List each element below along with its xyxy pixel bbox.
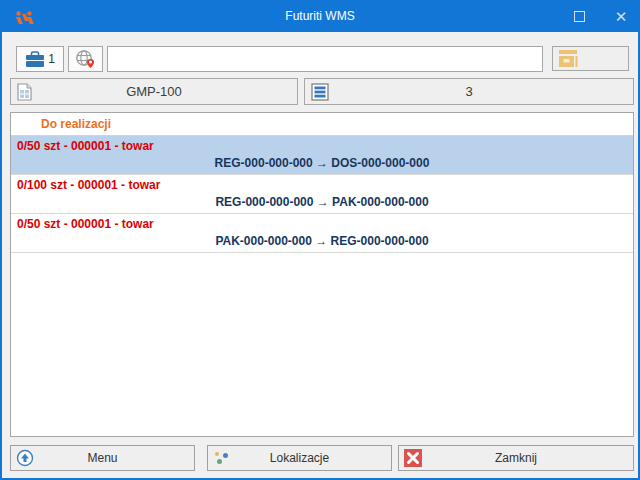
task-row[interactable]: 0/50 szt - 000001 - towar PAK-000-000-00… [11, 214, 633, 253]
close-button[interactable]: ✕ [604, 0, 638, 32]
archive-box-button[interactable] [552, 46, 629, 71]
globe-location-button[interactable] [68, 46, 103, 72]
menu-button-label: Menu [11, 446, 194, 470]
close-window-button-label: Zamknij [399, 446, 633, 470]
task-row[interactable]: 0/100 szt - 000001 - towar REG-000-000-0… [11, 175, 633, 214]
locations-button[interactable]: Lokalizacje [207, 445, 392, 471]
menu-button[interactable]: Menu [10, 445, 195, 471]
globe-location-icon [75, 49, 96, 69]
archive-box-icon [558, 49, 582, 68]
document-icon [17, 83, 32, 101]
document-panel[interactable]: GMP-100 [10, 78, 298, 105]
task-list: Do realizacji 0/50 szt - 000001 - towar … [10, 112, 634, 437]
task-route: PAK-000-000-000 → REG-000-000-000 [11, 231, 633, 248]
task-route: REG-000-000-000 → DOS-000-000-000 [11, 153, 633, 170]
task-route: REG-000-000-000 → PAK-000-000-000 [11, 192, 633, 209]
task-qty: 0/100 szt - 000001 - towar [11, 175, 633, 192]
list-icon [311, 83, 329, 101]
toolbox-icon [25, 51, 45, 68]
close-icon: ✕ [615, 9, 628, 24]
document-code: GMP-100 [11, 79, 297, 104]
menu-up-icon [16, 449, 34, 467]
app-window: Futuriti WMS ✕ 1 [0, 0, 640, 480]
close-x-icon [404, 449, 422, 467]
locations-dots-icon [215, 452, 229, 465]
task-qty: 0/50 szt - 000001 - towar [11, 136, 633, 153]
lines-panel[interactable]: 3 [304, 78, 634, 105]
locations-button-label: Lokalizacje [208, 446, 391, 470]
window-title: Futuriti WMS [0, 0, 640, 32]
toolbox-button[interactable]: 1 [16, 46, 64, 72]
carrier-count: 1 [48, 52, 55, 66]
close-window-button[interactable]: Zamknij [398, 445, 634, 471]
scan-input[interactable] [107, 46, 543, 72]
task-row[interactable]: 0/50 szt - 000001 - towar REG-000-000-00… [11, 136, 633, 175]
maximize-button[interactable] [562, 0, 596, 32]
list-header: Do realizacji [11, 113, 633, 136]
lines-count: 3 [305, 79, 633, 104]
task-qty: 0/50 szt - 000001 - towar [11, 214, 633, 231]
window-titlebar: Futuriti WMS ✕ [0, 0, 640, 32]
maximize-icon [574, 11, 585, 22]
